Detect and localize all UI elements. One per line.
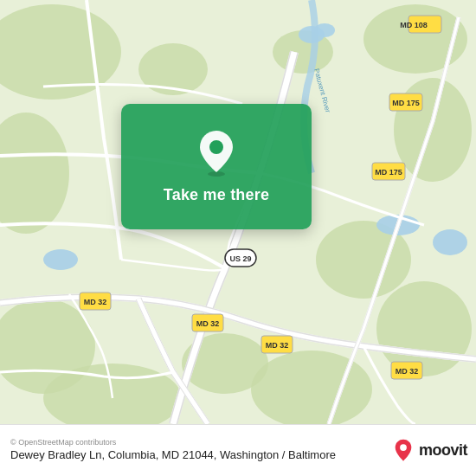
svg-text:MD 108: MD 108: [400, 21, 428, 29]
address-section: © OpenStreetMap contributors Dewey Bradl…: [10, 438, 391, 463]
take-me-there-button[interactable]: Take me there: [121, 104, 312, 229]
svg-text:MD 32: MD 32: [84, 298, 107, 306]
take-me-there-label: Take me there: [164, 186, 269, 204]
copyright-text: © OpenStreetMap contributors: [10, 438, 391, 447]
svg-point-6: [376, 281, 472, 376]
svg-text:MD 32: MD 32: [196, 319, 220, 328]
svg-point-15: [43, 249, 78, 270]
moovit-brand-label: moovit: [419, 441, 467, 460]
svg-text:MD 32: MD 32: [266, 341, 289, 350]
bottom-bar: © OpenStreetMap contributors Dewey Bradl…: [0, 424, 476, 476]
map-container: Patuxent River: [0, 0, 476, 424]
svg-text:MD 175: MD 175: [392, 99, 420, 107]
svg-text:US 29: US 29: [229, 254, 251, 263]
address-text: Dewey Bradley Ln, Columbia, MD 21044, Wa…: [10, 448, 391, 463]
svg-text:MD 32: MD 32: [396, 367, 419, 376]
moovit-logo[interactable]: moovit: [391, 439, 467, 463]
svg-point-36: [209, 140, 223, 154]
moovit-pin-icon: [391, 439, 415, 463]
svg-text:MD 175: MD 175: [375, 168, 402, 177]
svg-point-17: [433, 229, 467, 255]
svg-point-37: [400, 444, 407, 451]
location-pin-icon: [196, 129, 237, 177]
